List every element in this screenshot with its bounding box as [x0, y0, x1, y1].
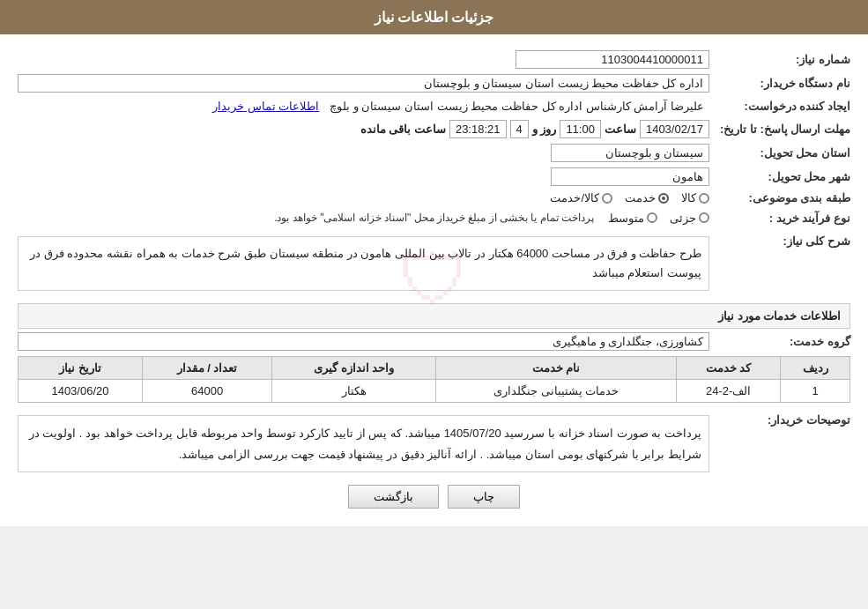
tabaqe-radio-group: کالا خدمت کالا/خدمت [550, 191, 709, 204]
col-vahed: واحد اندازه گیری [272, 357, 436, 380]
tabaqe-kala-khedmat-label: کالا/خدمت [550, 191, 599, 204]
mohlat-date: 1403/02/17 [640, 120, 709, 138]
tabaqe-khedmat[interactable]: خدمت [625, 191, 669, 204]
action-buttons: چاپ بازگشت [18, 485, 850, 509]
goroh-value: کشاورزی، جنگلداری و ماهیگیری [18, 332, 709, 351]
tabaqe-khedmat-radio [658, 193, 669, 204]
noeFarayand-jozii-label: جزئی [670, 212, 696, 225]
back-button[interactable]: بازگشت [348, 485, 439, 509]
mohlat-rooz-label: روز و [532, 123, 557, 136]
shomareNiaz-value: 1103004410000011 [516, 50, 709, 69]
noeFarayand-note: پرداخت تمام یا بخشی از مبلغ خریداز محل "… [269, 210, 599, 226]
sharh-label: شرح کلی نیاز: [709, 231, 850, 248]
print-button[interactable]: چاپ [448, 485, 520, 509]
tabaqe-label: طبقه بندی موضوعی: [709, 191, 850, 204]
ostan-value: سیستان و بلوچستان [551, 144, 709, 162]
noeFarayand-jozii[interactable]: جزئی [670, 212, 709, 225]
cell-tarikh: 1403/06/20 [19, 380, 143, 403]
ostan-label: استان محل تحویل: [709, 146, 850, 160]
cell-tedad: 64000 [142, 380, 271, 403]
col-tarikh: تاریخ نیاز [19, 357, 143, 380]
ijadKarand-link[interactable]: اطلاعات تماس خریدار [212, 100, 319, 113]
noeFarayand-label: نوع فرآیند خرید : [709, 212, 850, 225]
goroh-label: گروه خدمت: [709, 335, 850, 348]
mohlat-saat-label: ساعت [605, 123, 636, 136]
cell-kod: الف-2-24 [677, 380, 781, 403]
shahr-value: هامون [551, 167, 709, 186]
mohlat-mande-label: ساعت باقی مانده [360, 123, 446, 136]
tabaqe-kala-khedmat-radio [602, 193, 612, 204]
khadamat-section-title: اطلاعات خدمات مورد نیاز [18, 303, 850, 329]
ijadKarand-value: علیرضا آرامش کارشناس اداره کل حفاظت محیط… [324, 98, 709, 115]
cell-radif: 1 [781, 380, 850, 403]
namDastgah-value: اداره کل حفاظت محیط زیست استان سیستان و … [18, 74, 709, 93]
cell-name: خدمات پشتیبانی جنگلداری [436, 380, 677, 403]
col-name: نام خدمت [436, 357, 677, 380]
mohlat-saat: 11:00 [560, 120, 601, 138]
shomareNiaz-label: شماره نیاز: [709, 53, 850, 66]
noeFarayand-motavasset-label: متوسط [608, 212, 644, 225]
noeFarayand-radio-group: جزئی متوسط [608, 212, 709, 225]
tabaqe-kala-label: کالا [681, 191, 696, 204]
col-tedad: تعداد / مقدار [142, 357, 271, 380]
mohlat-rooz: 4 [510, 120, 529, 138]
shahr-label: شهر محل تحویل: [709, 170, 850, 183]
sharh-value: طرح حفاظت و فرق در مساحت 64000 هکتار در … [18, 236, 709, 291]
ijadKarand-label: ایجاد کننده درخواست: [709, 100, 850, 113]
noeFarayand-motavasset[interactable]: متوسط [608, 212, 657, 225]
col-kod: کد خدمت [677, 357, 781, 380]
cell-vahed: هکتار [272, 380, 436, 403]
tabaqe-khedmat-label: خدمت [625, 191, 656, 204]
namDastgah-label: نام دستگاه خریدار: [709, 77, 850, 90]
services-table: ردیف کد خدمت نام خدمت واحد اندازه گیری ت… [18, 356, 850, 403]
tosif-label: توصیحات خریدار: [709, 410, 850, 427]
noeFarayand-motavasset-radio [647, 212, 657, 223]
mohlat-label: مهلت ارسال پاسخ: تا تاریخ: [709, 123, 850, 136]
tabaqe-kala-khedmat[interactable]: کالا/خدمت [550, 191, 612, 204]
noeFarayand-jozii-radio [699, 212, 709, 223]
tabaqe-kala-radio [699, 193, 709, 204]
table-row: 1الف-2-24خدمات پشتیبانی جنگلداریهکتار640… [19, 380, 850, 403]
mohlat-mande: 23:18:21 [449, 120, 507, 138]
col-radif: ردیف [781, 357, 850, 380]
page-header: جزئیات اطلاعات نیاز [0, 0, 868, 34]
page-title: جزئیات اطلاعات نیاز [375, 10, 494, 25]
tosif-value: پرداخت به صورت اسناد خزانه با سررسید 140… [18, 415, 709, 472]
tabaqe-kala[interactable]: کالا [681, 191, 709, 204]
